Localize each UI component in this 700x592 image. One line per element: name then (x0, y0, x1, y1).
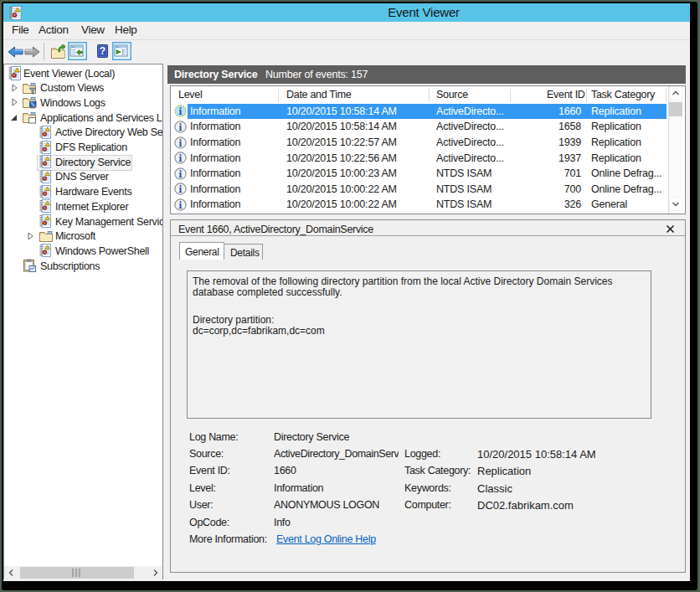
svg-text:?: ? (100, 45, 106, 57)
